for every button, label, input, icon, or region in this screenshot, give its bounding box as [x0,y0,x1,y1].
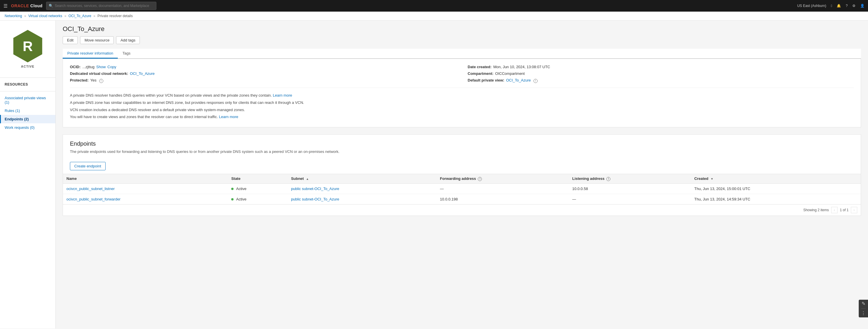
col-listening: Listening address i [568,174,691,184]
breadcrumb-networking[interactable]: Networking [5,14,22,18]
float-icon-2[interactable]: ⋮ [861,311,866,316]
settings-icon[interactable]: ⚙ [852,4,856,8]
row1-name-link[interactable]: ocivcn_public_subnet_listner [66,186,115,191]
endpoints-table: Name State Subnet ▲ Forwarding address i [63,174,861,204]
edit-button[interactable]: Edit [63,36,78,44]
row2-subnet: public subnet-OCI_To_Azure [287,194,436,204]
resource-hexagon: R [13,30,42,62]
oracle-logo: ORACLE Cloud [11,3,43,8]
help-icon[interactable]: ? [846,4,848,8]
col-forwarding: Forwarding address i [437,174,569,184]
info-description: A private DNS resolver handles DNS queri… [70,88,854,120]
row1-state-dot [231,188,234,190]
col-state: State [228,174,287,184]
row2-listening: — [568,194,691,204]
row1-subnet: public subnet-OCI_To_Azure [287,183,436,194]
endpoints-desc: The private endpoints used for forwardin… [70,149,854,154]
forwarding-info-icon[interactable]: i [478,177,482,181]
breadcrumb-sep-2: » [64,14,66,18]
row1-state: Active [228,183,287,194]
move-resource-button[interactable]: Move resource [80,36,114,44]
search-input[interactable] [55,4,154,8]
default-view-row: Default private view: OCI_To_Azure i [468,78,854,83]
protected-value: Yes [90,78,96,82]
col-created[interactable]: Created ▼ [691,174,861,184]
pagination-prev[interactable]: ‹ [831,207,838,213]
breadcrumb-resource[interactable]: OCI_To_Azure [68,14,91,18]
col-subnet[interactable]: Subnet ▲ [287,174,436,184]
desc-line-1: A private DNS resolver handles DNS queri… [70,93,854,99]
sidebar-item-associated-private-views[interactable]: Associated private views (1) [0,94,55,107]
sidebar: R ACTIVE Resources Associated private vi… [0,21,56,328]
row2-name: ocivcn_public_subnet_forwarder [63,194,228,204]
row2-created: Thu, Jun 13, 2024, 14:59:34 UTC [691,194,861,204]
compartment-label: Compartment: [468,71,493,76]
tab-tags[interactable]: Tags [118,49,135,59]
sidebar-item-rules[interactable]: Rules (1) [0,107,55,115]
tab-resolver-info[interactable]: Private resolver information [63,49,118,59]
default-view-label: Default private view: [468,78,504,82]
row1-state-text: Active [236,186,246,191]
float-divider [861,308,866,309]
hamburger-menu[interactable]: ☰ [3,3,7,9]
breadcrumb: Networking » Virtual cloud networks » OC… [0,11,868,21]
breadcrumb-sep-1: » [24,14,26,18]
row1-name: ocivcn_public_subnet_listner [63,183,228,194]
search-box[interactable]: 🔍 [46,2,156,10]
sidebar-item-work-requests[interactable]: Work requests (0) [0,123,55,132]
vcn-value-link[interactable]: OCI_To_Azure [130,71,155,76]
table-header-row: Name State Subnet ▲ Forwarding address i [63,174,861,184]
page-indicator: 1 of 1 [840,208,848,212]
info-panel: OCID: ...zjttug Show Copy Dedicated virt… [63,59,861,127]
protected-info-icon[interactable]: i [99,79,103,83]
resource-initial: R [23,38,33,54]
row2-forwarding: 10.0.0.198 [437,194,569,204]
row2-state-dot [231,198,234,201]
compartment-value: OICCompartment [495,71,525,76]
learn-more-link-2[interactable]: Learn more [219,115,238,119]
endpoints-actions: Create endpoint [63,159,861,174]
info-grid: OCID: ...zjttug Show Copy Dedicated virt… [70,65,854,83]
row2-name-link[interactable]: ocivcn_public_subnet_forwarder [66,197,120,201]
ocid-label: OCID: [70,65,81,69]
sidebar-logo: R ACTIVE [0,25,55,75]
add-tags-button[interactable]: Add tags [116,36,140,44]
row1-listening: 10.0.0.58 [568,183,691,194]
breadcrumb-vcn[interactable]: Virtual cloud networks [28,14,62,18]
tabs: Private resolver information Tags [63,49,861,59]
showing-count: Showing 2 items [803,208,829,212]
date-label: Date created: [468,65,491,69]
ocid-show-link[interactable]: Show [96,65,106,69]
page-title: OCI_To_Azure [63,25,861,33]
created-sort-icon: ▼ [710,177,713,180]
cloud-shell-icon[interactable]:  [831,4,832,8]
create-endpoint-button[interactable]: Create endpoint [70,162,105,170]
endpoints-section: Endpoints The private endpoints used for… [63,134,861,216]
default-view-value-link[interactable]: OCI_To_Azure [506,78,531,82]
notifications-icon[interactable]: 🔔 [837,4,841,8]
sidebar-divider-resources [0,91,55,91]
endpoints-title: Endpoints [70,141,854,147]
learn-more-link-1[interactable]: Learn more [273,93,292,97]
endpoints-header: Endpoints The private endpoints used for… [63,134,861,159]
subnet-sort-icon: ▲ [306,177,309,180]
main-layout: R ACTIVE Resources Associated private vi… [0,21,868,328]
float-panel: ✎ ⋮ [859,300,868,318]
breadcrumb-current: Private resolver details [97,14,132,18]
pagination-next[interactable]: › [851,207,857,213]
resource-status: ACTIVE [21,65,34,68]
resources-label: Resources [0,80,55,89]
sidebar-item-endpoints[interactable]: Endpoints (2) [0,115,55,123]
region-selector[interactable]: US East (Ashburn) [797,4,826,8]
user-icon[interactable]: 👤 [860,4,865,8]
vcn-row: Dedicated virtual cloud network: OCI_To_… [70,71,456,76]
table-row: ocivcn_public_subnet_listner Active publ… [63,183,861,194]
float-icon-1[interactable]: ✎ [862,301,865,306]
row1-subnet-link[interactable]: public subnet-OCI_To_Azure [291,186,339,191]
row2-subnet-link[interactable]: public subnet-OCI_To_Azure [291,197,339,201]
sidebar-divider-top [0,78,55,78]
desc-line-4: You will have to create views and zones … [70,114,854,120]
ocid-copy-link[interactable]: Copy [107,65,116,69]
default-view-info-icon[interactable]: i [533,79,537,83]
listening-info-icon[interactable]: i [606,177,610,181]
